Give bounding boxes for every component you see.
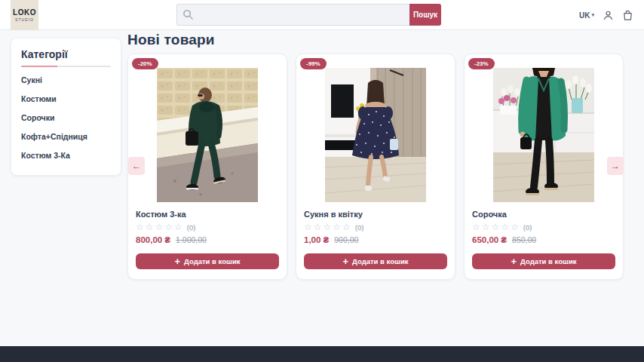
search-bar: Пошук <box>176 4 441 26</box>
review-count: (0) <box>523 223 532 232</box>
language-selector[interactable]: UK ▾ <box>579 11 594 20</box>
product-title[interactable]: Сукня в квітку <box>304 210 447 219</box>
add-to-cart-label: Додати в кошик <box>184 257 240 265</box>
product-card: -23% <box>464 54 624 280</box>
plus-icon: + <box>174 256 180 266</box>
footer <box>0 346 644 362</box>
plus-icon: + <box>511 256 517 266</box>
product-info: Сукня в квітку ☆☆☆☆☆ (0) 1,00 ₴ 900,00 <box>296 210 455 244</box>
product-info: Сорочка ☆☆☆☆☆ (0) 650,00 ₴ 850,00 <box>465 210 623 244</box>
add-to-cart-button[interactable]: + Додати в кошик <box>304 253 447 269</box>
star-rating-icons[interactable]: ☆☆☆☆☆ <box>136 222 184 232</box>
product-old-price: 900,00 <box>334 235 358 244</box>
header: LOKO STUDIO Пошук UK ▾ <box>0 0 644 30</box>
carousel-prev-button[interactable]: ← <box>128 157 145 175</box>
search-input[interactable] <box>176 4 409 26</box>
new-products-carousel: -20% <box>127 54 624 280</box>
product-image[interactable] <box>493 68 594 202</box>
discount-badge: -23% <box>468 58 495 69</box>
product-image[interactable] <box>325 68 426 202</box>
star-rating-icons[interactable]: ☆☆☆☆☆ <box>472 222 520 232</box>
product-card: -99% <box>296 54 455 280</box>
product-price: 800,00 ₴ <box>136 235 170 244</box>
header-controls: UK ▾ <box>579 0 633 30</box>
page-title: Нові товари <box>127 32 624 48</box>
product-title[interactable]: Сорочка <box>472 210 615 219</box>
carousel-next-button[interactable]: → <box>607 157 624 175</box>
product-card: -20% <box>127 54 287 280</box>
logo-subtitle: STUDIO <box>15 17 34 22</box>
star-rating-icons[interactable]: ☆☆☆☆☆ <box>304 222 352 232</box>
language-label: UK <box>579 11 590 20</box>
product-image[interactable] <box>157 68 258 202</box>
product-price: 650,00 ₴ <box>472 235 507 244</box>
product-info: Костюм 3-ка ☆☆☆☆☆ (0) 800,00 ₴ 1.000,00 <box>128 210 287 244</box>
user-icon[interactable] <box>603 10 614 21</box>
search-button[interactable]: Пошук <box>409 4 441 26</box>
discount-badge: -20% <box>132 58 158 69</box>
review-count: (0) <box>187 223 196 232</box>
product-price: 1,00 ₴ <box>304 235 329 244</box>
sidebar-item-suits[interactable]: Костюми <box>21 89 111 108</box>
logo[interactable]: LOKO STUDIO <box>11 0 38 30</box>
plus-icon: + <box>342 256 348 266</box>
sidebar-item-suit-3pc[interactable]: Костюм 3-Ка <box>21 146 111 164</box>
main-content: Нові товари -20% <box>127 32 624 280</box>
sidebar-divider <box>21 66 111 67</box>
logo-title: LOKO <box>13 8 36 17</box>
categories-sidebar: Категорії Сукні Костюми Сорочки Кофта+Сп… <box>11 38 121 176</box>
discount-badge: -99% <box>300 58 327 69</box>
product-title[interactable]: Костюм 3-ка <box>136 210 279 219</box>
add-to-cart-button[interactable]: + Додати в кошик <box>472 253 615 269</box>
add-to-cart-label: Додати в кошик <box>352 257 408 265</box>
cart-icon[interactable] <box>622 10 633 21</box>
sidebar-item-sweater-skirt[interactable]: Кофта+Спідниця <box>21 127 111 146</box>
review-count: (0) <box>355 223 364 232</box>
sidebar-item-dresses[interactable]: Сукні <box>21 70 111 89</box>
product-old-price: 850,00 <box>512 235 536 244</box>
sidebar-title: Категорії <box>21 48 111 60</box>
sidebar-item-shirts[interactable]: Сорочки <box>21 108 111 127</box>
add-to-cart-label: Додати в кошик <box>520 257 576 265</box>
chevron-down-icon: ▾ <box>591 12 594 18</box>
add-to-cart-button[interactable]: + Додати в кошик <box>136 253 279 269</box>
product-old-price: 1.000,00 <box>176 235 207 244</box>
